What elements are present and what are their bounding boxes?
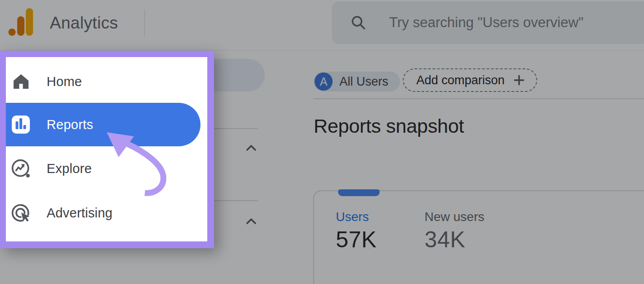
sidebar-item-reports[interactable]: Reports [6, 103, 200, 146]
sidebar-item-label: Explore [47, 161, 92, 176]
sidebar-item-label: Reports [47, 117, 93, 132]
sidebar-highlight-panel: Home Reports [0, 51, 214, 248]
sidebar-item-advertising[interactable]: Advertising [6, 191, 200, 235]
analytics-app-window: Analytics A All Users Add compari [0, 0, 644, 284]
sidebar-item-explore[interactable]: Explore [6, 147, 200, 190]
sidebar-item-label: Advertising [47, 206, 113, 221]
sidebar-item-label: Home [47, 74, 82, 89]
advertising-icon [11, 202, 30, 224]
explore-icon [11, 158, 30, 179]
bar-chart-icon [12, 116, 30, 134]
sidebar-item-home[interactable]: Home [6, 60, 200, 103]
home-icon [13, 73, 29, 90]
